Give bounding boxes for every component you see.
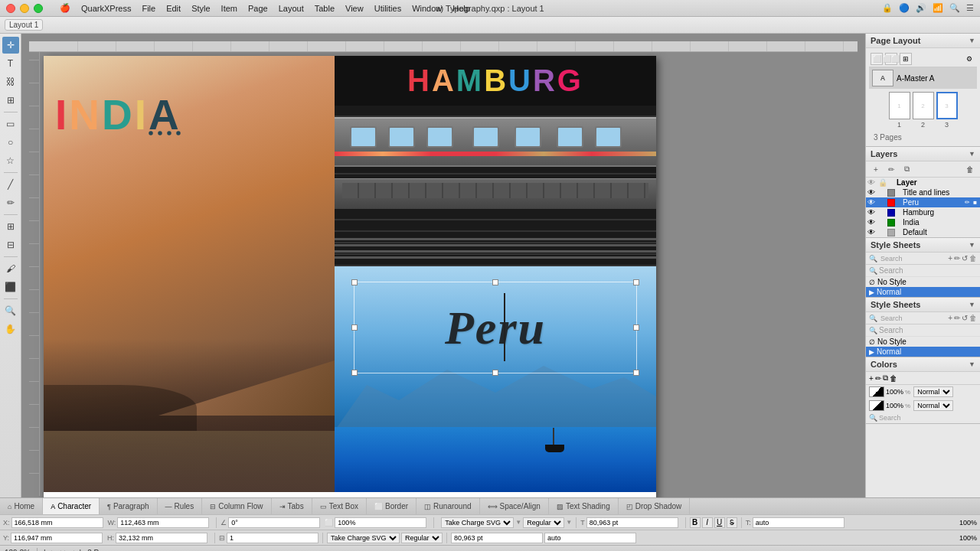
delete-color-btn[interactable]: 🗑 bbox=[890, 374, 897, 383]
layers-collapse[interactable]: ▼ bbox=[969, 150, 975, 158]
tab-tabs[interactable]: ⇥ Tabs bbox=[272, 498, 312, 514]
zoom-tool[interactable]: 🔍 bbox=[2, 302, 19, 319]
w-input[interactable] bbox=[117, 517, 209, 528]
tab-column-flow[interactable]: ⊟ Column Flow bbox=[202, 498, 271, 514]
layer-row-india[interactable]: 👁 India bbox=[866, 217, 980, 227]
dup-color-btn[interactable]: ⧉ bbox=[883, 373, 888, 383]
menu-utilities[interactable]: Utilities bbox=[370, 2, 406, 15]
menu-file[interactable]: File bbox=[137, 2, 160, 15]
scale-input[interactable] bbox=[335, 517, 426, 528]
tab-text-box[interactable]: ▭ Text Box bbox=[312, 498, 367, 514]
grid-tool[interactable]: ⊞ bbox=[2, 218, 19, 235]
page-thumb-2[interactable]: 2 2 bbox=[913, 92, 934, 129]
menu-quarkxpress[interactable]: QuarkXPress bbox=[77, 2, 136, 15]
underline-button[interactable]: U bbox=[714, 517, 725, 528]
hand-tool[interactable]: ✋ bbox=[2, 321, 19, 337]
style-edit-1[interactable]: ✏ bbox=[954, 254, 960, 262]
style-no-style-1[interactable]: ∅ No Style bbox=[866, 277, 980, 287]
layer-row-title-lines[interactable]: 👁 Title and lines bbox=[866, 187, 980, 197]
edit-color-btn[interactable]: ✏ bbox=[875, 374, 881, 383]
italic-button[interactable]: I bbox=[702, 517, 713, 528]
eyedropper-tool[interactable]: ⬛ bbox=[2, 279, 19, 295]
star-tool[interactable]: ☆ bbox=[2, 152, 19, 169]
x-input[interactable] bbox=[11, 517, 103, 528]
page-thumb-3[interactable]: 3 3 bbox=[936, 92, 958, 129]
oval-tool[interactable]: ○ bbox=[2, 134, 19, 151]
style-delete-2[interactable]: 🗑 bbox=[969, 314, 977, 322]
tab-runaround[interactable]: ◫ Runaround bbox=[416, 498, 479, 514]
text-tool[interactable]: T bbox=[2, 55, 19, 72]
cols-input[interactable] bbox=[227, 533, 318, 543]
page-view-single[interactable]: ⬜ bbox=[871, 53, 883, 65]
link-tool[interactable]: ⛓ bbox=[2, 73, 19, 90]
font-name-select[interactable]: Take Charge SVG bbox=[441, 517, 514, 528]
zoom-area-tool[interactable]: ⊞ bbox=[2, 92, 19, 109]
font-size-input[interactable] bbox=[586, 517, 678, 528]
add-color-btn[interactable]: + bbox=[869, 374, 874, 383]
style-plus-2[interactable]: + bbox=[948, 314, 952, 322]
style-cycle-1[interactable]: ↺ bbox=[962, 254, 968, 262]
search-input-2[interactable]: Search bbox=[879, 326, 977, 334]
page-settings[interactable]: ⚙ bbox=[963, 53, 975, 65]
master-thumb[interactable]: A bbox=[872, 70, 893, 86]
style-plus-1[interactable]: + bbox=[948, 254, 952, 262]
strikethrough-button[interactable]: S̶ bbox=[727, 517, 737, 528]
menu-layout[interactable]: Layout bbox=[274, 2, 309, 15]
tab-rules[interactable]: — Rules bbox=[158, 498, 203, 514]
menu-item[interactable]: Item bbox=[217, 2, 242, 15]
canvas-area[interactable]: Color Fonts inD bbox=[21, 34, 865, 497]
style-delete-1[interactable]: 🗑 bbox=[969, 254, 977, 262]
y-input[interactable] bbox=[11, 533, 103, 543]
h-input[interactable] bbox=[116, 533, 207, 543]
brush-tool[interactable]: 🖌 bbox=[2, 260, 19, 277]
leading-input-2[interactable] bbox=[451, 533, 543, 543]
style-select-2[interactable]: Regular bbox=[401, 533, 443, 543]
color-search-label[interactable]: Search bbox=[879, 414, 901, 422]
line-tool[interactable]: ╱ bbox=[2, 176, 19, 193]
page-view-spread[interactable]: ⬜⬜ bbox=[885, 53, 897, 65]
style-collapse-1[interactable]: ▼ bbox=[969, 241, 975, 249]
rect-tool[interactable]: ▭ bbox=[2, 116, 19, 132]
color-blend-select-1[interactable]: Normal bbox=[913, 386, 953, 397]
tab-space-align[interactable]: ⟺ Space/Align bbox=[480, 498, 549, 514]
tab-character[interactable]: A Character bbox=[43, 498, 100, 514]
layer-row-hamburg[interactable]: 👁 Hamburg bbox=[866, 207, 980, 217]
tab-text-shading[interactable]: ▨ Text Shading bbox=[549, 498, 619, 514]
color-blend-select-2[interactable]: Normal bbox=[913, 400, 953, 411]
add-layer-btn[interactable]: + bbox=[869, 163, 883, 175]
tab-layout[interactable]: Layout 1 bbox=[5, 19, 43, 31]
colors-collapse[interactable]: ▼ bbox=[969, 360, 975, 368]
close-button[interactable] bbox=[6, 4, 15, 13]
tab-border[interactable]: ⬜ Border bbox=[367, 498, 416, 514]
search-input-1[interactable]: Search bbox=[879, 266, 977, 275]
menu-view[interactable]: View bbox=[341, 2, 368, 15]
menu-edit[interactable]: Edit bbox=[162, 2, 185, 15]
style-normal-2[interactable]: ▶ Normal bbox=[866, 347, 980, 357]
tab-paragraph[interactable]: ¶ Paragraph bbox=[100, 498, 158, 514]
layer-row-default[interactable]: 👁 Default bbox=[866, 227, 980, 237]
pen-tool[interactable]: ✏ bbox=[2, 194, 19, 211]
menu-page[interactable]: Page bbox=[243, 2, 273, 15]
table-tool[interactable]: ⊟ bbox=[2, 236, 19, 253]
font-select-2[interactable]: Take Charge SVG bbox=[327, 533, 400, 543]
maximize-button[interactable] bbox=[34, 4, 43, 13]
bold-button[interactable]: B bbox=[690, 517, 701, 528]
panel-collapse[interactable]: ▼ bbox=[969, 37, 975, 44]
minimize-button[interactable] bbox=[20, 4, 29, 13]
page-view-multi[interactable]: ⊞ bbox=[900, 53, 912, 65]
menu-style[interactable]: Style bbox=[187, 2, 214, 15]
menu-table[interactable]: Table bbox=[310, 2, 339, 15]
tab-home[interactable]: ⌂ Home bbox=[0, 498, 43, 514]
pointer-tool[interactable]: ✛ bbox=[2, 37, 19, 54]
style-no-style-2[interactable]: ∅ No Style bbox=[866, 337, 980, 347]
style-edit-2[interactable]: ✏ bbox=[954, 314, 960, 322]
page-thumb-1[interactable]: 1 1 bbox=[889, 92, 910, 129]
delete-layer-btn[interactable]: 🗑 bbox=[963, 163, 977, 175]
tab-drop-shadow[interactable]: ◰ Drop Shadow bbox=[619, 498, 691, 514]
leading-input[interactable] bbox=[753, 517, 844, 528]
font-style-select[interactable]: Regular bbox=[523, 517, 564, 528]
peru-text-box[interactable]: Peru bbox=[354, 282, 637, 373]
duplicate-layer-btn[interactable]: ⧉ bbox=[900, 163, 913, 175]
edit-layer-btn[interactable]: ✏ bbox=[884, 163, 898, 175]
style-normal-1[interactable]: ▶ Normal bbox=[866, 287, 980, 297]
